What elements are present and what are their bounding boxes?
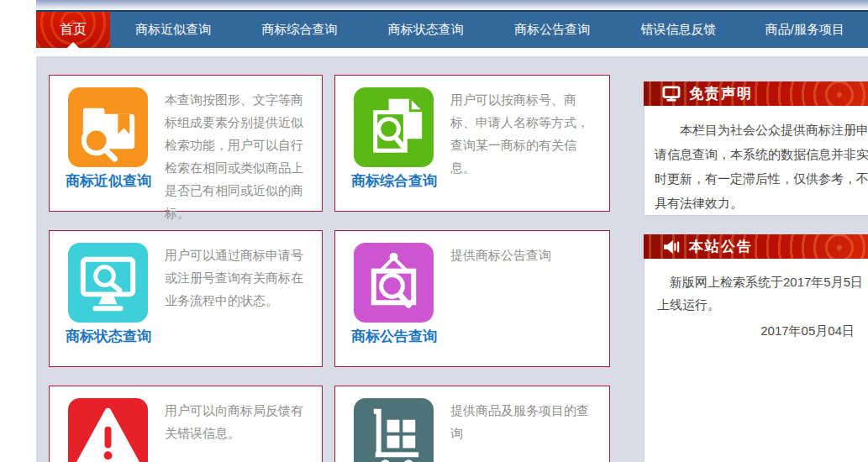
disclaimer-title: 免责声明 xyxy=(689,84,753,103)
nav-item-status-search[interactable]: 商标状态查询 xyxy=(363,12,489,48)
main-nav: 首页 商标近似查询 商标综合查询 商标状态查询 商标公告查询 错误信息反馈 商品… xyxy=(36,10,868,48)
card-trademark-gazette-search[interactable]: 商标公告查询 提供商标公告查询 xyxy=(334,230,610,367)
frame-search-icon xyxy=(354,243,434,323)
notice-header: 本站公告 xyxy=(644,234,868,259)
active-tab-notch xyxy=(67,42,79,48)
nav-item-label: 错误信息反馈 xyxy=(640,22,716,38)
nav-item-comprehensive-search[interactable]: 商标综合查询 xyxy=(236,12,362,48)
card-goods-services[interactable]: 提供商品及服务项目的查询 xyxy=(334,386,610,462)
document-search-icon xyxy=(354,87,434,167)
notice-date: 2017年05月04日 xyxy=(644,323,868,339)
speaker-icon xyxy=(662,239,681,255)
card-description: 用户可以通过商标申请号或注册号查询有关商标在业务流程中的状态。 xyxy=(165,244,314,312)
monitor-search-icon xyxy=(68,243,148,323)
nav-item-label: 商标综合查询 xyxy=(261,22,337,38)
banner-strip xyxy=(36,0,868,10)
nav-item-similar-search[interactable]: 商标近似查询 xyxy=(110,12,236,48)
monitor-icon xyxy=(662,86,681,102)
nav-item-error-feedback[interactable]: 错误信息反馈 xyxy=(615,12,741,48)
card-title[interactable]: 商标近似查询 xyxy=(51,171,166,191)
card-description: 用户可以向商标局反馈有关错误信息。 xyxy=(165,399,314,444)
cart-grid-icon xyxy=(354,398,434,462)
disclaimer-box: 免责声明 本栏目为社会公众提供商标注册申请信息查询，本系统的数据信息并非实时更新… xyxy=(644,81,868,216)
card-description: 本查询按图形、文字等商标组成要素分别提供近似检索功能，用户可以自行检索在相同或类… xyxy=(165,88,314,224)
nav-item-label: 商标近似查询 xyxy=(135,22,211,38)
nav-item-goods-services[interactable]: 商品/服务项目 xyxy=(742,12,868,48)
notice-box: 本站公告 新版网上检索系统于2017年5月5日上线运行。 2017年05月04日 xyxy=(644,234,868,462)
card-description: 提供商品及服务项目的查询 xyxy=(450,399,600,444)
warning-icon xyxy=(68,398,148,462)
card-title[interactable]: 商标综合查询 xyxy=(337,171,451,191)
nav-item-label: 商标状态查询 xyxy=(388,22,464,38)
card-description: 用户可以按商标号、商标、申请人名称等方式，查询某一商标的有关信息。 xyxy=(450,88,600,179)
card-error-feedback[interactable]: 用户可以向商标局反馈有关错误信息。 xyxy=(49,386,323,462)
card-trademark-comprehensive-search[interactable]: 商标综合查询 用户可以按商标号、商标、申请人名称等方式，查询某一商标的有关信息。 xyxy=(334,75,610,212)
card-trademark-status-search[interactable]: 商标状态查询 用户可以通过商标申请号或注册号查询有关商标在业务流程中的状态。 xyxy=(49,230,323,367)
disclaimer-body: 本栏目为社会公众提供商标注册申请信息查询，本系统的数据信息并非实时更新，有一定滞… xyxy=(644,106,868,216)
page: 首页 商标近似查询 商标综合查询 商标状态查询 商标公告查询 错误信息反馈 商品… xyxy=(0,0,868,462)
card-description: 提供商标公告查询 xyxy=(450,244,600,266)
notice-body: 新版网上检索系统于2017年5月5日上线运行。 2017年05月04日 xyxy=(644,259,868,462)
sidebar: 免责声明 本栏目为社会公众提供商标注册申请信息查询，本系统的数据信息并非实时更新… xyxy=(644,81,868,462)
notice-text[interactable]: 新版网上检索系统于2017年5月5日上线运行。 xyxy=(644,259,868,316)
folder-search-icon xyxy=(68,87,148,167)
card-title[interactable]: 商标公告查询 xyxy=(337,327,451,346)
disclaimer-text: 本栏目为社会公众提供商标注册申请信息查询，本系统的数据信息并非实时更新，有一定滞… xyxy=(644,106,868,215)
nav-item-label: 首页 xyxy=(60,21,87,39)
nav-item-home[interactable]: 首页 xyxy=(36,12,110,48)
card-trademark-similar-search[interactable]: 商标近似查询 本查询按图形、文字等商标组成要素分别提供近似检索功能，用户可以自行… xyxy=(49,75,323,212)
nav-item-gazette-search[interactable]: 商标公告查询 xyxy=(489,12,615,48)
disclaimer-header: 免责声明 xyxy=(644,81,868,106)
cards-grid: 商标近似查询 本查询按图形、文字等商标组成要素分别提供近似检索功能，用户可以自行… xyxy=(49,75,610,462)
notice-title: 本站公告 xyxy=(689,237,753,256)
card-title[interactable]: 商标状态查询 xyxy=(51,327,166,346)
nav-item-label: 商品/服务项目 xyxy=(765,22,844,38)
nav-item-label: 商标公告查询 xyxy=(514,22,590,38)
